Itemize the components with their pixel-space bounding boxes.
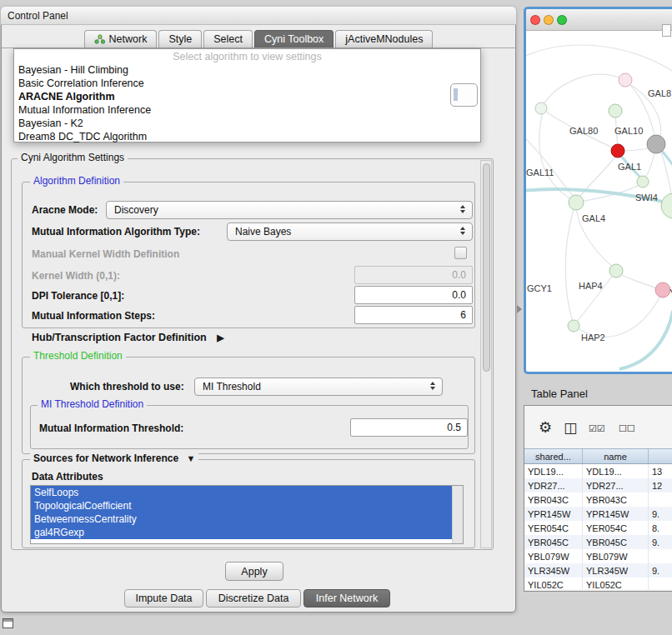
table-cell[interactable]: 8.: [649, 521, 672, 535]
tab-cyni-toolbox[interactable]: Cyni Toolbox: [254, 30, 333, 48]
covered-spinner-fragment[interactable]: [450, 83, 478, 107]
table-cell[interactable]: 9.: [649, 563, 672, 578]
table-cell[interactable]: YER054C: [524, 521, 583, 535]
attribute-item[interactable]: SelfLoops: [31, 486, 452, 499]
table-row[interactable]: YER054C YER054C 8.: [524, 521, 672, 535]
table-cell[interactable]: [649, 492, 672, 507]
attributes-list-scrollbar[interactable]: [452, 486, 463, 543]
dropdown-item[interactable]: Basic Correlation Inference: [14, 77, 480, 90]
network-node-label: GAL1: [618, 162, 641, 172]
network-node[interactable]: [535, 102, 547, 114]
network-node[interactable]: [661, 193, 672, 218]
network-node[interactable]: [611, 144, 624, 158]
which-threshold-select[interactable]: MI Threshold: [194, 378, 443, 396]
network-node[interactable]: [609, 104, 622, 118]
header-cell-shared-name[interactable]: shared...: [524, 449, 583, 463]
tab-style[interactable]: Style: [158, 30, 202, 48]
attribute-item[interactable]: TopologicalCoefficient: [31, 499, 452, 512]
table-cell[interactable]: 9.: [649, 507, 672, 521]
dpi-tolerance-field[interactable]: 0.0: [354, 286, 473, 304]
expand-right-icon: ▶: [217, 332, 223, 342]
traffic-light-zoom[interactable]: [557, 15, 567, 25]
mi-threshold-field[interactable]: 0.5: [350, 418, 468, 437]
table-row[interactable]: YBL079W YBL079W: [524, 549, 672, 563]
table-cell[interactable]: YDL19...: [583, 464, 649, 478]
aracne-mode-select[interactable]: Discovery: [106, 201, 473, 219]
table-cell[interactable]: 9.: [649, 535, 672, 549]
which-threshold-label: Which threshold to use:: [70, 381, 184, 392]
bottom-tab-impute-data[interactable]: Impute Data: [124, 589, 203, 608]
table-row[interactable]: YDL19... YDL19... 13: [524, 464, 672, 478]
settings-scrollbar[interactable]: [480, 160, 492, 548]
table-row[interactable]: YIL052C YIL052C: [524, 578, 672, 589]
apply-button[interactable]: Apply: [225, 562, 283, 581]
traffic-light-close[interactable]: [530, 15, 540, 25]
tab-select[interactable]: Select: [203, 30, 253, 48]
traffic-light-minimize[interactable]: [544, 15, 554, 25]
attributes-list[interactable]: SelfLoops TopologicalCoefficient Between…: [30, 485, 464, 544]
table-row[interactable]: YDR27... YDR27... 12: [524, 478, 672, 492]
hub-section-toggle[interactable]: Hub/Transcription Factor Definition ▶: [32, 332, 224, 343]
network-node[interactable]: [568, 320, 579, 332]
gear-icon[interactable]: ⚙: [539, 418, 552, 437]
tab-jactivemnodules[interactable]: jActiveMNodules: [335, 30, 433, 48]
dropdown-item[interactable]: Dream8 DC_TDC Algorithm: [14, 130, 480, 143]
table-cell[interactable]: YDR27...: [524, 478, 583, 492]
dropdown-item-selected[interactable]: ARACNE Algorithm: [14, 90, 480, 103]
dropdown-item[interactable]: Bayesian - K2: [14, 117, 480, 130]
dropdown-item[interactable]: Bayesian - Hill Climbing: [14, 63, 480, 77]
table-cell[interactable]: YBR043C: [583, 492, 649, 507]
sources-section-toggle[interactable]: Sources for Network Inference ▼: [30, 453, 198, 464]
network-node[interactable]: [619, 73, 632, 87]
mi-type-select[interactable]: Naive Bayes: [227, 222, 473, 241]
table-cell[interactable]: YDR27...: [583, 478, 649, 492]
table-cell[interactable]: YBR045C: [524, 535, 583, 549]
table-cell[interactable]: YBL079W: [583, 549, 649, 563]
attribute-item[interactable]: BetweennessCentrality: [31, 512, 452, 526]
network-scroll-corner[interactable]: [662, 24, 671, 37]
table-cell[interactable]: YLR345W: [583, 563, 649, 578]
table-cell[interactable]: 12: [649, 478, 672, 492]
network-node[interactable]: [637, 176, 649, 188]
table-row[interactable]: YBR045C YBR045C 9.: [524, 535, 672, 549]
network-node[interactable]: [569, 195, 584, 210]
network-node[interactable]: [609, 264, 623, 278]
table-row[interactable]: YBR043C YBR043C: [524, 492, 672, 507]
settings-scrollbar-thumb[interactable]: [483, 163, 490, 372]
table-cell[interactable]: [649, 578, 672, 589]
splitter-collapse-handle[interactable]: [517, 305, 522, 313]
network-canvas[interactable]: GAL8 GAL80 GAL10 GAL11 GAL1 SWI4 GAL4 GC…: [526, 31, 672, 372]
table-cell[interactable]: YPR145W: [524, 507, 583, 521]
table-row[interactable]: YPR145W YPR145W 9.: [524, 507, 672, 521]
table-cell[interactable]: YPR145W: [583, 507, 649, 521]
table-cell[interactable]: YLR345W: [524, 563, 583, 578]
mini-panel-icon[interactable]: [3, 618, 13, 628]
checked-columns-icon[interactable]: ☑☑: [589, 423, 605, 434]
table-cell[interactable]: YIL052C: [524, 578, 583, 589]
header-cell-name[interactable]: name: [583, 449, 649, 463]
mi-steps-field[interactable]: 6: [354, 306, 473, 324]
table-cell[interactable]: YBR045C: [583, 535, 649, 549]
column-layout-icon[interactable]: ◫: [564, 419, 577, 437]
table-row[interactable]: YLR345W YLR345W 9.: [524, 563, 672, 578]
table-cell[interactable]: YBL079W: [524, 549, 583, 563]
header-cell-extra[interactable]: [649, 449, 672, 463]
network-node[interactable]: [647, 135, 665, 153]
table-cell[interactable]: YDL19...: [524, 464, 583, 478]
network-node[interactable]: [655, 282, 670, 298]
manual-kernel-checkbox[interactable]: [454, 247, 467, 259]
bottom-tab-discretize-data[interactable]: Discretize Data: [206, 589, 301, 608]
bottom-tab-infer-network[interactable]: Infer Network: [303, 589, 390, 608]
aracne-mode-value: Discovery: [114, 204, 158, 216]
control-panel-titlebar[interactable]: Control Panel: [1, 7, 516, 25]
tab-network[interactable]: Network: [84, 30, 158, 48]
control-panel-tab-bar: Network Style Select Cyni Toolbox jActiv…: [2, 30, 515, 48]
table-cell[interactable]: YER054C: [583, 521, 649, 535]
table-cell[interactable]: YIL052C: [583, 578, 649, 589]
unchecked-columns-icon[interactable]: ☐☐: [619, 423, 635, 434]
table-cell[interactable]: 13: [649, 464, 672, 478]
dropdown-item[interactable]: Mutual Information Inference: [14, 103, 480, 117]
table-cell[interactable]: [649, 549, 672, 563]
table-cell[interactable]: YBR043C: [524, 492, 583, 507]
attribute-item[interactable]: gal4RGexp: [31, 526, 452, 539]
